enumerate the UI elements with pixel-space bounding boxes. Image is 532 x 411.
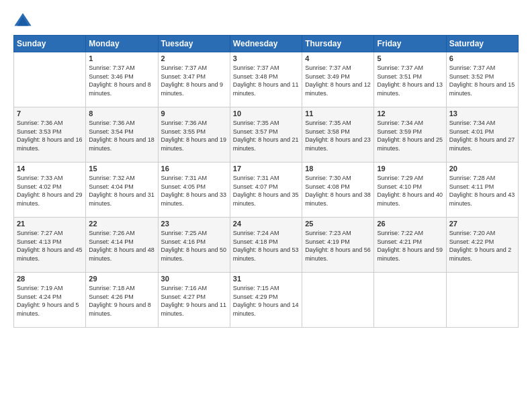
calendar-cell: 21Sunrise: 7:27 AMSunset: 4:13 PMDayligh… [14,218,86,273]
day-number: 18 [305,165,371,173]
day-info: Sunrise: 7:30 AMSunset: 4:08 PMDaylight:… [305,174,371,208]
calendar-cell: 26Sunrise: 7:22 AMSunset: 4:21 PMDayligh… [374,218,446,273]
day-number: 8 [89,109,154,118]
day-number: 12 [377,109,443,118]
day-info: Sunrise: 7:37 AMSunset: 3:52 PMDaylight:… [449,64,515,97]
day-info: Sunrise: 7:37 AMSunset: 3:47 PMDaylight:… [161,64,227,97]
calendar-cell [302,273,374,328]
day-number: 11 [305,109,371,118]
day-info: Sunrise: 7:16 AMSunset: 4:27 PMDaylight:… [161,284,227,318]
calendar-cell: 29Sunrise: 7:18 AMSunset: 4:26 PMDayligh… [86,273,158,328]
calendar-cell [14,52,86,107]
calendar-cell: 23Sunrise: 7:25 AMSunset: 4:16 PMDayligh… [158,218,230,273]
day-number: 4 [305,54,371,62]
day-info: Sunrise: 7:18 AMSunset: 4:26 PMDaylight:… [89,284,154,318]
day-info: Sunrise: 7:25 AMSunset: 4:16 PMDaylight:… [161,229,227,263]
day-number: 30 [161,275,227,283]
day-number: 10 [233,109,299,118]
logo [13,11,34,30]
calendar-cell: 3Sunrise: 7:37 AMSunset: 3:48 PMDaylight… [230,52,302,107]
day-number: 7 [17,109,83,118]
day-number: 17 [233,165,299,173]
day-info: Sunrise: 7:31 AMSunset: 4:05 PMDaylight:… [161,174,227,208]
day-number: 14 [17,165,83,173]
day-header-monday: Monday [86,36,158,52]
day-number: 19 [377,165,443,173]
day-info: Sunrise: 7:22 AMSunset: 4:21 PMDaylight:… [377,229,443,263]
day-number: 1 [89,54,154,62]
calendar-cell: 22Sunrise: 7:26 AMSunset: 4:14 PMDayligh… [86,218,158,273]
day-info: Sunrise: 7:37 AMSunset: 3:46 PMDaylight:… [89,64,154,97]
calendar-cell [446,273,518,328]
calendar-cell: 31Sunrise: 7:15 AMSunset: 4:29 PMDayligh… [230,273,302,328]
day-info: Sunrise: 7:35 AMSunset: 3:57 PMDaylight:… [233,119,299,152]
calendar-cell: 28Sunrise: 7:19 AMSunset: 4:24 PMDayligh… [14,273,86,328]
day-number: 5 [377,54,443,62]
week-row-1: 7Sunrise: 7:36 AMSunset: 3:53 PMDaylight… [14,107,519,163]
day-info: Sunrise: 7:15 AMSunset: 4:29 PMDaylight:… [233,284,299,318]
day-number: 31 [233,275,299,283]
calendar-cell: 8Sunrise: 7:36 AMSunset: 3:54 PMDaylight… [86,107,158,163]
day-info: Sunrise: 7:23 AMSunset: 4:19 PMDaylight:… [305,229,371,263]
calendar-cell: 12Sunrise: 7:34 AMSunset: 3:59 PMDayligh… [374,107,446,163]
calendar-cell [374,273,446,328]
calendar-table: SundayMondayTuesdayWednesdayThursdayFrid… [13,35,519,328]
day-info: Sunrise: 7:34 AMSunset: 4:01 PMDaylight:… [449,119,515,152]
day-number: 28 [17,275,83,283]
day-number: 21 [17,220,83,228]
day-info: Sunrise: 7:36 AMSunset: 3:55 PMDaylight:… [161,119,227,152]
day-number: 20 [449,165,515,173]
calendar-cell: 30Sunrise: 7:16 AMSunset: 4:27 PMDayligh… [158,273,230,328]
day-number: 25 [305,220,371,228]
day-header-sunday: Sunday [14,36,86,52]
calendar-cell: 1Sunrise: 7:37 AMSunset: 3:46 PMDaylight… [86,52,158,107]
day-header-wednesday: Wednesday [230,36,302,52]
day-number: 16 [161,165,227,173]
day-number: 15 [89,165,154,173]
calendar-cell: 24Sunrise: 7:24 AMSunset: 4:18 PMDayligh… [230,218,302,273]
day-header-thursday: Thursday [302,36,374,52]
day-header-saturday: Saturday [446,36,518,52]
day-number: 23 [161,220,227,228]
day-info: Sunrise: 7:27 AMSunset: 4:13 PMDaylight:… [17,229,83,263]
day-info: Sunrise: 7:35 AMSunset: 3:58 PMDaylight:… [305,119,371,152]
calendar-cell: 4Sunrise: 7:37 AMSunset: 3:49 PMDaylight… [302,52,374,107]
calendar-cell: 5Sunrise: 7:37 AMSunset: 3:51 PMDaylight… [374,52,446,107]
header [13,11,519,30]
day-header-tuesday: Tuesday [158,36,230,52]
day-number: 9 [161,109,227,118]
day-info: Sunrise: 7:28 AMSunset: 4:11 PMDaylight:… [449,174,515,208]
day-info: Sunrise: 7:37 AMSunset: 3:49 PMDaylight:… [305,64,371,97]
calendar-cell: 15Sunrise: 7:32 AMSunset: 4:04 PMDayligh… [86,163,158,218]
day-number: 13 [449,109,515,118]
calendar-cell: 11Sunrise: 7:35 AMSunset: 3:58 PMDayligh… [302,107,374,163]
day-info: Sunrise: 7:26 AMSunset: 4:14 PMDaylight:… [89,229,154,263]
calendar-cell: 14Sunrise: 7:33 AMSunset: 4:02 PMDayligh… [14,163,86,218]
calendar-cell: 20Sunrise: 7:28 AMSunset: 4:11 PMDayligh… [446,163,518,218]
day-info: Sunrise: 7:29 AMSunset: 4:10 PMDaylight:… [377,174,443,208]
day-info: Sunrise: 7:24 AMSunset: 4:18 PMDaylight:… [233,229,299,263]
day-number: 6 [449,54,515,62]
day-info: Sunrise: 7:19 AMSunset: 4:24 PMDaylight:… [17,284,83,318]
calendar-cell: 16Sunrise: 7:31 AMSunset: 4:05 PMDayligh… [158,163,230,218]
day-header-friday: Friday [374,36,446,52]
header-row: SundayMondayTuesdayWednesdayThursdayFrid… [14,36,519,52]
day-number: 29 [89,275,154,283]
week-row-4: 28Sunrise: 7:19 AMSunset: 4:24 PMDayligh… [14,273,519,328]
calendar-cell: 27Sunrise: 7:20 AMSunset: 4:22 PMDayligh… [446,218,518,273]
day-info: Sunrise: 7:37 AMSunset: 3:51 PMDaylight:… [377,64,443,97]
day-number: 22 [89,220,154,228]
calendar-cell: 17Sunrise: 7:31 AMSunset: 4:07 PMDayligh… [230,163,302,218]
calendar-cell: 13Sunrise: 7:34 AMSunset: 4:01 PMDayligh… [446,107,518,163]
day-number: 27 [449,220,515,228]
day-info: Sunrise: 7:36 AMSunset: 3:53 PMDaylight:… [17,119,83,152]
week-row-0: 1Sunrise: 7:37 AMSunset: 3:46 PMDaylight… [14,52,519,107]
day-number: 24 [233,220,299,228]
day-number: 3 [233,54,299,62]
page: SundayMondayTuesdayWednesdayThursdayFrid… [0,0,532,411]
week-row-3: 21Sunrise: 7:27 AMSunset: 4:13 PMDayligh… [14,218,519,273]
day-number: 26 [377,220,443,228]
calendar-cell: 25Sunrise: 7:23 AMSunset: 4:19 PMDayligh… [302,218,374,273]
logo-icon [13,11,32,30]
day-info: Sunrise: 7:37 AMSunset: 3:48 PMDaylight:… [233,64,299,97]
